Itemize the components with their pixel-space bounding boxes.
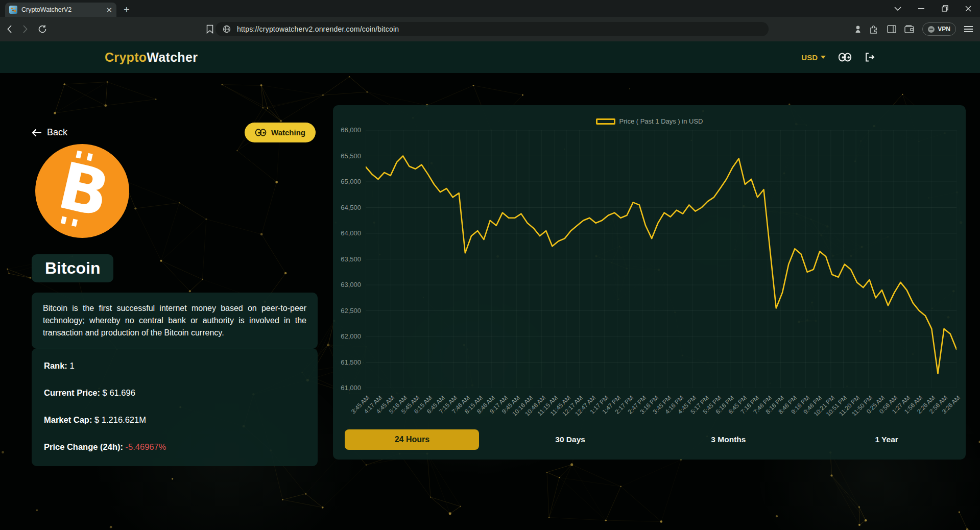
coin-stats-panel: Rank: 1 Current Price: $ 61.696 Market C… (32, 348, 318, 466)
page-body: Back Watching B Bitcoin Bitcoin is the f… (0, 73, 980, 530)
y-axis-tick: 61,000 (334, 384, 361, 392)
y-axis-tick: 66,000 (334, 126, 361, 134)
range-30-days-button[interactable]: 30 Days (555, 435, 585, 444)
menu-icon[interactable] (964, 25, 973, 34)
currency-dropdown[interactable]: USD (801, 53, 826, 62)
app-header: CryptoWatcher USD (0, 41, 980, 73)
back-button[interactable]: Back (32, 127, 67, 138)
logout-icon[interactable] (864, 52, 875, 63)
minimize-button[interactable] (910, 0, 933, 17)
extension-badge-icon[interactable] (855, 26, 861, 33)
vpn-badge[interactable]: VPN (922, 22, 956, 36)
stat-market-cap: Market Cap: $ 1.216.621M (44, 415, 305, 425)
sidebar-panel-icon[interactable] (887, 25, 896, 33)
y-axis-tick: 65,500 (334, 152, 361, 160)
chart-legend[interactable]: Price ( Past 1 Days ) in USD (333, 117, 966, 125)
eyes-icon (255, 129, 267, 136)
price-line-chart (366, 130, 957, 388)
y-axis-tick: 64,000 (334, 229, 361, 237)
coin-title: Bitcoin (32, 254, 113, 282)
y-axis-tick: 63,000 (334, 281, 361, 288)
range-24-hours-button[interactable]: 24 Hours (345, 429, 479, 450)
stat-rank: Rank: 1 (44, 361, 305, 371)
app-logo[interactable]: CryptoWatcher (105, 50, 198, 65)
y-axis-tick: 63,500 (334, 255, 361, 263)
reload-icon[interactable] (38, 25, 47, 34)
forward-nav-icon[interactable] (23, 25, 28, 33)
stat-price-change: Price Change (24h): -5.46967% (44, 442, 305, 452)
close-window-button[interactable] (957, 0, 980, 17)
tab-close-icon[interactable]: ✕ (106, 6, 112, 14)
watchlist-eyes-button[interactable] (838, 53, 852, 62)
browser-toolbar: https://cryptowatcherv2.onrender.com/coi… (0, 17, 980, 41)
vpn-status-icon (928, 26, 935, 33)
y-axis-tick: 62,000 (334, 332, 361, 340)
restore-button[interactable] (933, 0, 957, 17)
watching-button[interactable]: Watching (245, 123, 316, 142)
arrow-left-icon (32, 129, 42, 137)
browser-tab[interactable]: CryptoWatcherV2 ✕ (5, 3, 116, 17)
url-text: https://cryptowatcherv2.onrender.com/coi… (237, 25, 399, 33)
y-axis-tick: 62,500 (334, 307, 361, 315)
bookmark-icon[interactable] (206, 25, 213, 34)
stat-current-price: Current Price: $ 61.696 (44, 388, 305, 398)
y-axis-tick: 64,500 (334, 204, 361, 211)
y-axis-tick: 65,000 (334, 178, 361, 185)
url-bar[interactable]: https://cryptowatcherv2.onrender.com/coi… (216, 22, 769, 36)
coin-description: Bitcoin is the first successful internet… (32, 293, 318, 349)
new-tab-button[interactable]: + (124, 3, 130, 17)
wallet-icon[interactable] (904, 25, 914, 33)
legend-swatch-icon (596, 118, 615, 125)
bitcoin-icon: B (35, 144, 129, 238)
tab-title: CryptoWatcherV2 (21, 6, 102, 13)
y-axis-tick: 61,500 (334, 358, 361, 366)
tab-search-chevron-icon[interactable] (886, 0, 910, 17)
range-selector: 24 Hours 30 Days 3 Months 1 Year (333, 429, 966, 450)
price-chart-card: Price ( Past 1 Days ) in USD 66,00065,50… (333, 105, 966, 460)
globe-icon (223, 25, 231, 33)
back-nav-icon[interactable] (7, 25, 12, 33)
browser-tab-bar: CryptoWatcherV2 ✕ + (0, 0, 980, 17)
chevron-down-icon (821, 56, 826, 59)
range-3-months-button[interactable]: 3 Months (711, 435, 746, 444)
range-1-year-button[interactable]: 1 Year (875, 435, 898, 444)
extensions-puzzle-icon[interactable] (869, 25, 879, 34)
site-favicon-icon (9, 6, 17, 14)
